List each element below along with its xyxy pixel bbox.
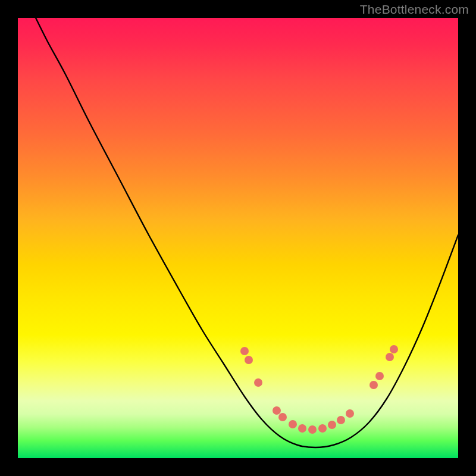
data-marker (375, 372, 384, 380)
data-marker (273, 406, 281, 415)
curve-path (36, 18, 458, 447)
data-marker (278, 413, 287, 421)
data-marker (369, 381, 378, 389)
plot-frame (18, 18, 458, 458)
data-marker (298, 424, 306, 433)
data-marker (337, 416, 345, 424)
bottleneck-curve (36, 18, 458, 447)
chart-svg (18, 18, 458, 458)
data-marker (328, 421, 336, 429)
data-marker (346, 409, 354, 418)
data-marker (245, 356, 253, 364)
data-marker (386, 353, 394, 361)
data-marker (289, 420, 297, 428)
data-marker (390, 345, 398, 353)
watermark-text: TheBottleneck.com (360, 2, 469, 17)
data-marker (240, 347, 249, 355)
data-marker (308, 425, 317, 434)
data-marker (254, 378, 262, 387)
data-marker (318, 424, 327, 433)
marker-group (240, 345, 398, 434)
